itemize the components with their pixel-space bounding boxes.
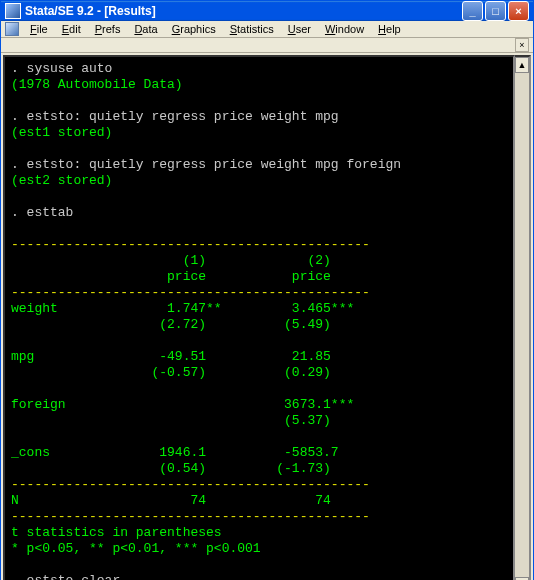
menu-edit[interactable]: Edit <box>55 21 88 37</box>
menubar: File Edit Prefs Data Graphics Statistics… <box>1 21 533 38</box>
output-line: (est2 stored) <box>11 173 112 188</box>
cmd-line: . eststo clear <box>11 573 120 580</box>
table-header: (1) (2) <box>11 253 354 268</box>
mdi-toolbar: × <box>1 38 533 53</box>
output-line: (est1 stored) <box>11 125 112 140</box>
table-rule: ----------------------------------------… <box>11 285 370 300</box>
close-button[interactable]: × <box>508 1 529 21</box>
menu-help[interactable]: Help <box>371 21 408 37</box>
menu-graphics[interactable]: Graphics <box>165 21 223 37</box>
menu-statistics[interactable]: Statistics <box>223 21 281 37</box>
table-row: weight 1.747** 3.465*** <box>11 301 354 316</box>
table-rule: ----------------------------------------… <box>11 477 370 492</box>
menu-data[interactable]: Data <box>127 21 164 37</box>
menu-window[interactable]: Window <box>318 21 371 37</box>
titlebar[interactable]: Stata/SE 9.2 - [Results] _ □ × <box>1 1 533 21</box>
table-row: (2.72) (5.49) <box>11 317 354 332</box>
app-window: Stata/SE 9.2 - [Results] _ □ × File Edit… <box>0 0 534 580</box>
table-footnote: t statistics in parentheses <box>11 525 222 540</box>
menu-file[interactable]: File <box>23 21 55 37</box>
results-console[interactable]: . sysuse auto (1978 Automobile Data) . e… <box>3 55 515 580</box>
table-footnote: * p<0.05, ** p<0.01, *** p<0.001 <box>11 541 261 556</box>
cmd-line: . eststo: quietly regress price weight m… <box>11 109 339 124</box>
table-row: foreign 3673.1*** <box>11 397 354 412</box>
window-title: Stata/SE 9.2 - [Results] <box>25 4 462 18</box>
output-line: (1978 Automobile Data) <box>11 77 183 92</box>
cmd-line: . esttab <box>11 205 73 220</box>
table-header: price price <box>11 269 354 284</box>
table-row: _cons 1946.1 -5853.7 <box>11 445 362 460</box>
table-row: (5.37) <box>11 413 354 428</box>
maximize-button[interactable]: □ <box>485 1 506 21</box>
scroll-track[interactable] <box>515 73 529 577</box>
app-icon <box>5 3 21 19</box>
console-area: . sysuse auto (1978 Automobile Data) . e… <box>1 53 533 580</box>
mdi-doc-icon <box>5 22 19 36</box>
table-row: (0.54) (-1.73) <box>11 461 354 476</box>
cmd-line: . sysuse auto <box>11 61 112 76</box>
table-rule: ----------------------------------------… <box>11 237 370 252</box>
table-row: mpg -49.51 21.85 <box>11 349 354 364</box>
table-row: N 74 74 <box>11 493 354 508</box>
cmd-line: . eststo: quietly regress price weight m… <box>11 157 401 172</box>
scroll-up-button[interactable]: ▲ <box>515 57 529 73</box>
menu-prefs[interactable]: Prefs <box>88 21 128 37</box>
vertical-scrollbar[interactable]: ▲ ▼ <box>515 55 531 580</box>
mdi-close-button[interactable]: × <box>515 38 529 52</box>
table-rule: ----------------------------------------… <box>11 509 370 524</box>
minimize-button[interactable]: _ <box>462 1 483 21</box>
table-row: (-0.57) (0.29) <box>11 365 354 380</box>
menu-user[interactable]: User <box>281 21 318 37</box>
